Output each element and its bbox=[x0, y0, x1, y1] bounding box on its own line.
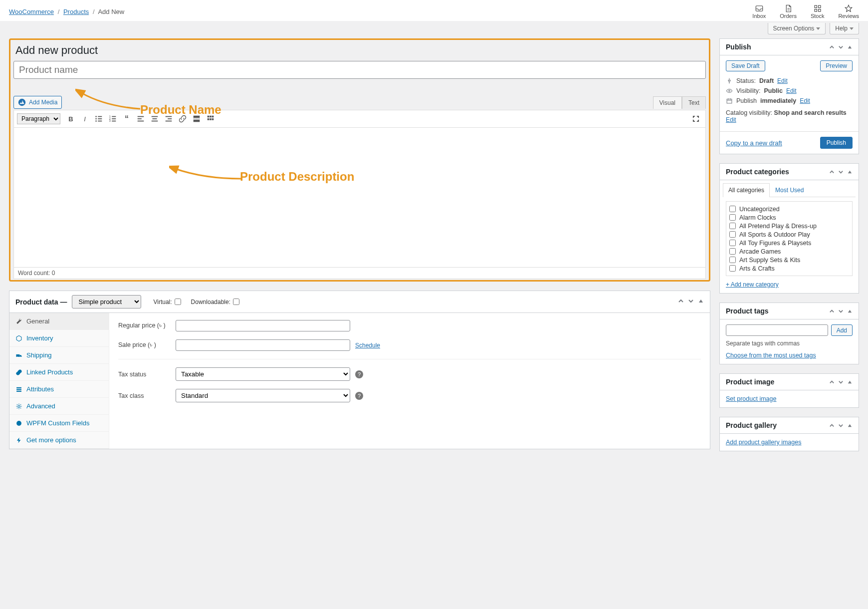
triangle-up-icon[interactable] bbox=[847, 169, 853, 175]
category-item[interactable]: Uncategorized bbox=[729, 205, 849, 213]
pd-tab-shipping[interactable]: Shipping bbox=[9, 347, 109, 364]
sale-price-input[interactable] bbox=[176, 339, 350, 351]
help-icon[interactable]: ? bbox=[355, 370, 363, 378]
choose-tags-link[interactable]: Choose from the most used tags bbox=[726, 352, 816, 359]
category-item[interactable]: Arts & Crafts bbox=[729, 264, 849, 273]
category-checkbox[interactable] bbox=[729, 223, 736, 229]
category-item[interactable]: All Toy Figures & Playsets bbox=[729, 239, 849, 247]
tax-status-select[interactable]: Taxable bbox=[176, 367, 350, 381]
chevron-down-icon[interactable] bbox=[838, 169, 844, 175]
triangle-up-icon[interactable] bbox=[847, 44, 853, 50]
format-select[interactable]: Paragraph bbox=[17, 113, 60, 124]
toolbar-toggle-button[interactable] bbox=[204, 112, 217, 125]
product-name-input[interactable] bbox=[13, 61, 706, 79]
edit-catalog-visibility-link[interactable]: Edit bbox=[726, 116, 736, 123]
category-item[interactable]: Art Supply Sets & Kits bbox=[729, 256, 849, 264]
category-item[interactable]: All Pretend Play & Dress-up bbox=[729, 222, 849, 230]
add-tag-button[interactable]: Add bbox=[831, 324, 853, 336]
category-item[interactable]: Arcade Games bbox=[729, 247, 849, 256]
stock-button[interactable]: Stock bbox=[811, 4, 825, 19]
pd-tab-inventory[interactable]: Inventory bbox=[9, 330, 109, 347]
category-item[interactable]: All Sports & Outdoor Play bbox=[729, 230, 849, 239]
screen-options-button[interactable]: Screen Options bbox=[768, 23, 826, 34]
chevron-up-icon[interactable] bbox=[829, 379, 835, 385]
triangle-up-icon[interactable] bbox=[847, 423, 853, 428]
save-draft-button[interactable]: Save Draft bbox=[726, 60, 765, 71]
chevron-down-icon[interactable] bbox=[838, 44, 844, 50]
triangle-up-icon[interactable] bbox=[847, 379, 853, 385]
add-media-button[interactable]: Add Media bbox=[13, 96, 62, 109]
panel-up-button[interactable] bbox=[678, 298, 684, 305]
edit-visibility-link[interactable]: Edit bbox=[786, 87, 797, 94]
align-left-button[interactable] bbox=[134, 112, 147, 125]
pd-tab-advanced[interactable]: Advanced bbox=[9, 398, 109, 415]
link-button[interactable] bbox=[176, 112, 189, 125]
category-list[interactable]: UncategorizedAlarm ClocksAll Pretend Pla… bbox=[726, 201, 853, 276]
align-right-button[interactable] bbox=[162, 112, 175, 125]
downloadable-checkbox[interactable] bbox=[233, 299, 239, 305]
regular-price-input[interactable] bbox=[176, 320, 350, 331]
schedule-link[interactable]: Schedule bbox=[355, 342, 380, 349]
chevron-up-icon[interactable] bbox=[829, 423, 835, 428]
product-type-select[interactable]: Simple product bbox=[72, 295, 141, 308]
preview-button[interactable]: Preview bbox=[820, 60, 853, 71]
tax-class-select[interactable]: Standard bbox=[176, 389, 350, 402]
pd-tab-attributes[interactable]: Attributes bbox=[9, 381, 109, 398]
chevron-up-icon[interactable] bbox=[829, 169, 835, 175]
publish-button[interactable]: Publish bbox=[820, 137, 853, 149]
svg-rect-10 bbox=[98, 121, 102, 122]
tab-text[interactable]: Text bbox=[682, 96, 706, 109]
chevron-down-icon[interactable] bbox=[838, 308, 844, 314]
panel-toggle-button[interactable] bbox=[698, 298, 704, 305]
pd-tab-wpfm[interactable]: WPFM Custom Fields bbox=[9, 415, 109, 432]
ul-button[interactable] bbox=[92, 112, 105, 125]
category-checkbox[interactable] bbox=[729, 214, 736, 221]
editor-content[interactable] bbox=[13, 128, 706, 268]
chevron-down-icon[interactable] bbox=[838, 423, 844, 428]
svg-rect-12 bbox=[112, 116, 116, 117]
orders-button[interactable]: Orders bbox=[780, 4, 797, 19]
category-checkbox[interactable] bbox=[729, 206, 736, 212]
pd-tab-linked[interactable]: Linked Products bbox=[9, 364, 109, 381]
svg-rect-14 bbox=[112, 118, 116, 119]
reviews-button[interactable]: Reviews bbox=[838, 4, 859, 19]
help-button[interactable]: Help bbox=[830, 23, 859, 34]
copy-draft-link[interactable]: Copy to a new draft bbox=[726, 139, 782, 147]
add-category-link[interactable]: + Add new category bbox=[726, 281, 853, 288]
quote-button[interactable]: “ bbox=[120, 112, 133, 125]
bold-button[interactable]: B bbox=[64, 112, 77, 125]
category-checkbox[interactable] bbox=[729, 257, 736, 263]
virtual-checkbox[interactable] bbox=[175, 299, 181, 305]
breadcrumb-parent[interactable]: Products bbox=[63, 8, 89, 15]
fullscreen-button[interactable] bbox=[689, 112, 702, 125]
ol-button[interactable]: 123 bbox=[106, 112, 119, 125]
edit-status-link[interactable]: Edit bbox=[777, 77, 788, 84]
category-checkbox[interactable] bbox=[729, 240, 736, 246]
breadcrumb-root[interactable]: WooCommerce bbox=[9, 8, 54, 15]
italic-button[interactable]: I bbox=[78, 112, 91, 125]
pd-tab-general[interactable]: General bbox=[9, 313, 109, 330]
svg-rect-26 bbox=[194, 116, 200, 118]
tab-most-used[interactable]: Most Used bbox=[770, 183, 809, 197]
set-product-image-link[interactable]: Set product image bbox=[726, 395, 776, 402]
panel-down-button[interactable] bbox=[688, 298, 694, 305]
chevron-down-icon[interactable] bbox=[838, 379, 844, 385]
pd-tab-more[interactable]: Get more options bbox=[9, 432, 109, 449]
chevron-up-icon[interactable] bbox=[829, 308, 835, 314]
chevron-up-icon[interactable] bbox=[829, 44, 835, 50]
add-gallery-link[interactable]: Add product gallery images bbox=[726, 439, 801, 446]
readmore-button[interactable] bbox=[190, 112, 203, 125]
help-icon[interactable]: ? bbox=[355, 392, 363, 400]
inbox-button[interactable]: Inbox bbox=[752, 4, 766, 19]
tags-input[interactable] bbox=[726, 324, 828, 336]
align-center-button[interactable] bbox=[148, 112, 161, 125]
category-checkbox[interactable] bbox=[729, 248, 736, 255]
category-checkbox[interactable] bbox=[729, 265, 736, 272]
tab-visual[interactable]: Visual bbox=[653, 96, 682, 109]
tab-all-categories[interactable]: All categories bbox=[723, 183, 770, 197]
edit-schedule-link[interactable]: Edit bbox=[800, 97, 810, 104]
category-checkbox[interactable] bbox=[729, 231, 736, 238]
breadcrumb-current: Add New bbox=[98, 8, 124, 15]
category-item[interactable]: Alarm Clocks bbox=[729, 213, 849, 222]
triangle-up-icon[interactable] bbox=[847, 308, 853, 314]
